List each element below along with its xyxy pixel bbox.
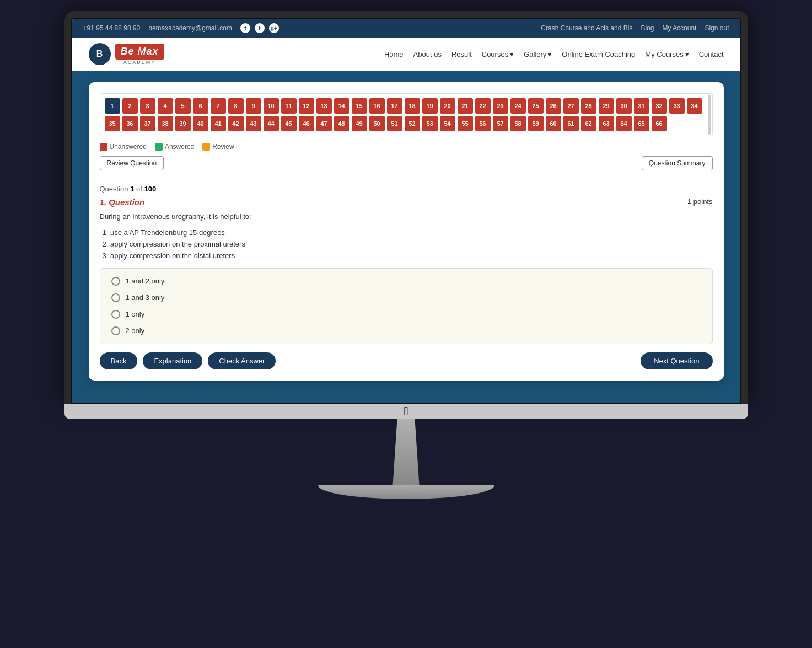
question-grid-btn-5[interactable]: 5 xyxy=(175,98,191,114)
question-grid-btn-25[interactable]: 25 xyxy=(528,98,544,114)
question-grid-btn-40[interactable]: 40 xyxy=(193,116,208,131)
question-grid-btn-52[interactable]: 52 xyxy=(405,116,420,131)
question-meta-prefix: Question xyxy=(100,185,128,193)
question-grid-btn-16[interactable]: 16 xyxy=(369,98,385,114)
question-grid-btn-30[interactable]: 30 xyxy=(616,98,632,114)
crash-course-link[interactable]: Crash Course and Acls and Bls xyxy=(541,24,632,32)
option-2-label: 1 and 3 only xyxy=(126,293,165,302)
question-grid-btn-53[interactable]: 53 xyxy=(422,116,438,131)
question-grid-btn-66[interactable]: 66 xyxy=(652,116,667,131)
option-1-radio[interactable] xyxy=(111,277,120,286)
question-grid-btn-46[interactable]: 46 xyxy=(299,116,314,131)
about-us-link[interactable]: About us xyxy=(413,50,442,58)
question-grid-btn-41[interactable]: 41 xyxy=(211,116,226,131)
google-plus-icon[interactable]: g+ xyxy=(269,23,279,33)
question-total: 100 xyxy=(144,185,157,193)
question-grid-btn-37[interactable]: 37 xyxy=(140,116,155,131)
question-grid-btn-47[interactable]: 47 xyxy=(316,116,332,131)
question-grid-btn-49[interactable]: 49 xyxy=(352,116,367,131)
option-4-radio[interactable] xyxy=(111,326,120,335)
question-summary-button[interactable]: Question Summary xyxy=(642,156,713,170)
question-grid-btn-31[interactable]: 31 xyxy=(634,98,649,114)
question-grid-btn-59[interactable]: 59 xyxy=(528,116,544,131)
question-grid-btn-54[interactable]: 54 xyxy=(440,116,455,131)
question-grid-btn-24[interactable]: 24 xyxy=(510,98,526,114)
question-grid-btn-6[interactable]: 6 xyxy=(193,98,208,114)
twitter-icon[interactable]: t xyxy=(255,23,265,33)
question-grid-btn-39[interactable]: 39 xyxy=(175,116,191,131)
question-grid-btn-38[interactable]: 38 xyxy=(158,116,173,131)
option-3[interactable]: 1 only xyxy=(111,310,701,319)
facebook-icon[interactable]: f xyxy=(240,23,250,33)
question-grid-btn-9[interactable]: 9 xyxy=(246,98,261,114)
next-question-button[interactable]: Next Question xyxy=(641,352,712,369)
result-link[interactable]: Result xyxy=(451,50,472,58)
question-grid-btn-58[interactable]: 58 xyxy=(510,116,526,131)
question-grid-btn-28[interactable]: 28 xyxy=(581,98,596,114)
question-grid-btn-33[interactable]: 33 xyxy=(669,98,685,114)
question-grid-btn-27[interactable]: 27 xyxy=(563,98,579,114)
question-grid-btn-13[interactable]: 13 xyxy=(316,98,332,114)
my-account-link[interactable]: My Account xyxy=(662,24,696,32)
option-2[interactable]: 1 and 3 only xyxy=(111,293,701,302)
question-grid-btn-21[interactable]: 21 xyxy=(458,98,473,114)
question-grid-btn-36[interactable]: 36 xyxy=(122,116,138,131)
question-grid-btn-11[interactable]: 11 xyxy=(281,98,297,114)
question-grid-btn-51[interactable]: 51 xyxy=(387,116,402,131)
gallery-link[interactable]: Gallery ▾ xyxy=(524,50,552,58)
question-grid-btn-62[interactable]: 62 xyxy=(581,116,596,131)
question-grid-btn-18[interactable]: 18 xyxy=(405,98,420,114)
question-grid-btn-65[interactable]: 65 xyxy=(634,116,649,131)
option-4[interactable]: 2 only xyxy=(111,326,701,335)
question-grid-btn-26[interactable]: 26 xyxy=(546,98,561,114)
question-grid-btn-43[interactable]: 43 xyxy=(246,116,261,131)
question-grid-btn-2[interactable]: 2 xyxy=(122,98,138,114)
grid-scrollbar[interactable] xyxy=(708,95,711,135)
question-grid-btn-19[interactable]: 19 xyxy=(422,98,438,114)
question-grid-btn-63[interactable]: 63 xyxy=(599,116,614,131)
question-grid-btn-32[interactable]: 32 xyxy=(652,98,667,114)
question-grid-btn-55[interactable]: 55 xyxy=(458,116,473,131)
question-grid-btn-12[interactable]: 12 xyxy=(299,98,314,114)
question-grid-btn-14[interactable]: 14 xyxy=(334,98,349,114)
question-grid-btn-8[interactable]: 8 xyxy=(228,98,244,114)
question-grid-btn-61[interactable]: 61 xyxy=(563,116,579,131)
question-grid-btn-56[interactable]: 56 xyxy=(475,116,491,131)
question-grid-btn-3[interactable]: 3 xyxy=(140,98,155,114)
question-grid-btn-22[interactable]: 22 xyxy=(475,98,491,114)
explanation-button[interactable]: Explanation xyxy=(143,352,202,369)
sign-out-link[interactable]: Sign out xyxy=(705,24,729,32)
question-grid-btn-64[interactable]: 64 xyxy=(616,116,632,131)
blog-link[interactable]: Blog xyxy=(641,24,654,32)
question-grid-btn-1[interactable]: 1 xyxy=(105,98,120,114)
option-3-radio[interactable] xyxy=(111,310,120,319)
contact-link[interactable]: Contact xyxy=(699,50,724,58)
option-2-radio[interactable] xyxy=(111,293,120,302)
logo-text: Be Max xyxy=(115,44,164,60)
question-grid-btn-35[interactable]: 35 xyxy=(105,116,120,131)
check-answer-button[interactable]: Check Answer xyxy=(208,352,276,369)
question-grid-btn-15[interactable]: 15 xyxy=(352,98,367,114)
question-grid-btn-17[interactable]: 17 xyxy=(387,98,402,114)
my-courses-link[interactable]: My Courses ▾ xyxy=(645,50,689,58)
review-question-button[interactable]: Review Question xyxy=(100,156,164,170)
question-grid-btn-60[interactable]: 60 xyxy=(546,116,561,131)
option-1[interactable]: 1 and 2 only xyxy=(111,277,701,286)
home-link[interactable]: Home xyxy=(384,50,404,58)
courses-link[interactable]: Courses ▾ xyxy=(482,50,514,58)
online-exam-coaching-link[interactable]: Online Exam Coaching xyxy=(562,50,635,58)
question-grid-btn-45[interactable]: 45 xyxy=(281,116,297,131)
question-grid-btn-42[interactable]: 42 xyxy=(228,116,244,131)
question-grid-btn-34[interactable]: 34 xyxy=(687,98,702,114)
question-grid-btn-44[interactable]: 44 xyxy=(264,116,279,131)
question-grid-btn-48[interactable]: 48 xyxy=(334,116,349,131)
question-grid-btn-4[interactable]: 4 xyxy=(158,98,173,114)
question-grid-btn-20[interactable]: 20 xyxy=(440,98,455,114)
question-grid-btn-10[interactable]: 10 xyxy=(264,98,279,114)
question-grid-btn-50[interactable]: 50 xyxy=(369,116,385,131)
question-grid-btn-7[interactable]: 7 xyxy=(211,98,226,114)
back-button[interactable]: Back xyxy=(100,352,138,369)
question-grid-btn-29[interactable]: 29 xyxy=(599,98,614,114)
question-grid-btn-23[interactable]: 23 xyxy=(493,98,508,114)
question-grid-btn-57[interactable]: 57 xyxy=(493,116,508,131)
